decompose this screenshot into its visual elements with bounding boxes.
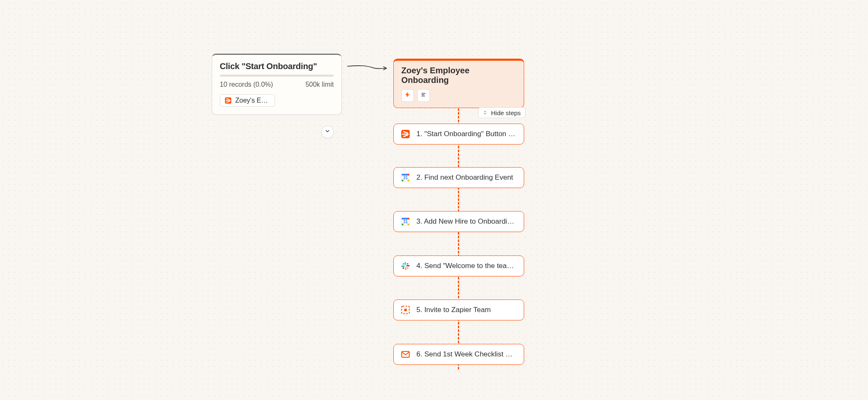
zap-header-card[interactable]: Zoey's Employee Onboarding — [393, 59, 524, 108]
step-label: 2. Find next Onboarding Event — [416, 173, 517, 182]
gcal-icon — [400, 217, 411, 227]
progress-bar — [220, 75, 334, 77]
bolt-icon — [404, 91, 411, 100]
records-count: 10 records (0.0%) — [220, 81, 273, 88]
view-details-button[interactable] — [417, 89, 430, 102]
zap-step-6[interactable]: 6. Send 1st Week Checklist E… — [393, 344, 524, 365]
trigger-status-button[interactable] — [401, 89, 414, 102]
step-label: 6. Send 1st Week Checklist E… — [416, 350, 517, 359]
records-limit: 500k limit — [305, 81, 334, 88]
linked-zap-label: Zoey's Emp… — [235, 97, 270, 104]
zap-step-5[interactable]: 5. Invite to Zapier Team — [393, 299, 524, 320]
step-label: 5. Invite to Zapier Team — [416, 306, 517, 314]
gcal-icon — [400, 173, 411, 183]
linked-zap-chip[interactable]: Zoey's Emp… — [220, 94, 275, 107]
chevron-down-icon — [325, 128, 330, 136]
zap-title: Zoey's Employee Onboarding — [401, 66, 516, 85]
zapier-icon — [224, 97, 232, 104]
lines-icon — [420, 91, 427, 100]
zap-step-3[interactable]: 3. Add New Hire to Onboardin… — [393, 211, 524, 232]
zapier-icon — [400, 129, 411, 139]
step-label: 4. Send "Welcome to the team… — [416, 262, 517, 270]
source-card-title: Click "Start Onboarding" — [220, 62, 334, 71]
collapse-button[interactable] — [321, 126, 334, 138]
hide-steps-label: Hide steps — [491, 109, 521, 116]
connector-arrow — [347, 64, 387, 71]
hide-steps-button[interactable]: Hide steps — [478, 107, 525, 118]
step-label: 3. Add New Hire to Onboardin… — [416, 217, 517, 226]
collapse-icon — [483, 109, 488, 116]
zap-step-2[interactable]: 2. Find next Onboarding Event — [393, 167, 524, 188]
zapier-invite-icon — [400, 305, 411, 315]
mail-icon — [400, 349, 411, 359]
zap-step-4[interactable]: 4. Send "Welcome to the team… — [393, 255, 524, 276]
slack-icon — [400, 261, 411, 271]
zap-step-1[interactable]: 1. "Start Onboarding" Button C… — [393, 124, 524, 145]
source-card[interactable]: Click "Start Onboarding" 10 records (0.0… — [212, 54, 342, 115]
step-label: 1. "Start Onboarding" Button C… — [416, 130, 517, 138]
